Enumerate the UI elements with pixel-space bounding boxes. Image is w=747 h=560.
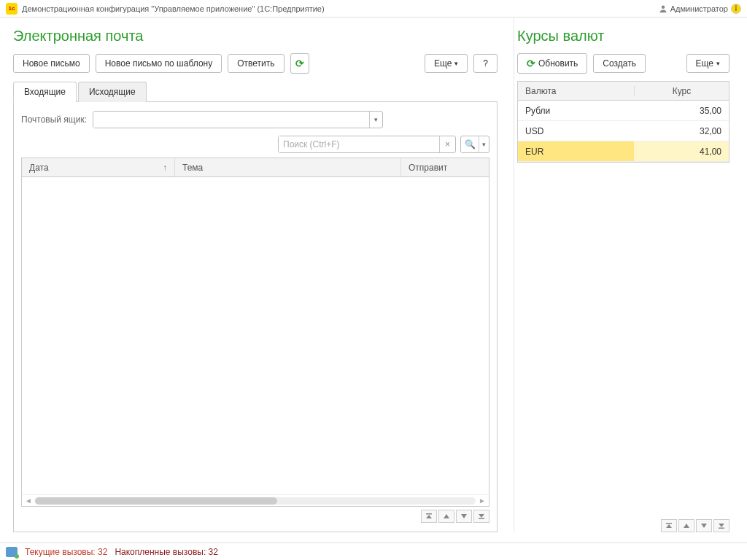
help-button[interactable]: ? [473, 54, 498, 73]
user-icon [659, 4, 667, 13]
scroll-thumb[interactable] [35, 497, 277, 505]
more-button[interactable]: Еще ▾ [425, 54, 468, 73]
tab-outbox[interactable]: Исходящие [78, 82, 147, 102]
email-title: Электронная почта [13, 28, 498, 44]
logo-1c-icon: 1c [6, 3, 18, 15]
chevron-down-icon[interactable]: ▾ [369, 112, 382, 128]
tab-inbox[interactable]: Входящие [13, 82, 77, 102]
svg-rect-3 [666, 523, 672, 524]
clear-search-button[interactable]: × [439, 136, 455, 152]
svg-rect-2 [479, 518, 484, 520]
rates-nav [517, 515, 729, 532]
scroll-track[interactable] [35, 497, 476, 505]
mailbox-input[interactable] [93, 112, 369, 128]
refresh-button[interactable]: ⟳ [290, 53, 309, 74]
rates-row[interactable]: EUR41,00 [518, 141, 729, 162]
svg-rect-4 [719, 528, 724, 529]
rates-row[interactable]: USD32,00 [518, 121, 729, 141]
svg-point-0 [661, 5, 665, 9]
rates-more-button[interactable]: Еще ▾ [686, 54, 729, 73]
currency-cell: USD [518, 126, 635, 136]
rate-cell: 41,00 [635, 147, 729, 157]
search-input[interactable] [279, 136, 439, 152]
mailbox-combo[interactable]: ▾ [93, 111, 383, 128]
horizontal-scrollbar[interactable]: ◄ ► [22, 494, 489, 506]
chevron-down-icon: ▾ [716, 60, 720, 67]
info-icon[interactable]: i [731, 4, 741, 14]
user-area[interactable]: Администратор i [659, 4, 741, 14]
currency-cell: EUR [518, 147, 635, 157]
statusbar: Текущие вызовы: 32 Накопленные вызовы: 3… [0, 542, 747, 560]
col-currency[interactable]: Валюта [518, 86, 635, 96]
search-button-group: 🔍 ▾ [460, 136, 489, 153]
accumulated-calls: Накопленные вызовы: 32 [115, 547, 218, 557]
nav-bottom-button[interactable] [713, 519, 729, 532]
new-template-button[interactable]: Новое письмо по шаблону [96, 54, 222, 73]
grid-nav [21, 510, 489, 523]
refresh-icon: ⟳ [527, 58, 535, 69]
user-name: Администратор [670, 4, 728, 13]
email-tabs: Входящие Исходящие [13, 81, 498, 102]
rates-header: Валюта Курс [518, 82, 729, 101]
rates-refresh-button[interactable]: ⟳Обновить [517, 53, 587, 74]
col-sender[interactable]: Отправит [401, 158, 489, 176]
rates-create-button[interactable]: Создать [593, 54, 646, 73]
email-grid: Дата ↑ Тема Отправит ◄ ► [21, 158, 489, 507]
nav-bottom-button[interactable] [473, 510, 489, 523]
refresh-icon: ⟳ [295, 58, 304, 69]
scroll-left-icon[interactable]: ◄ [25, 497, 32, 505]
search-button[interactable]: 🔍 [461, 136, 479, 152]
rates-panel: Курсы валют ⟳Обновить Создать Еще ▾ Валю… [514, 18, 740, 532]
rates-toolbar: ⟳Обновить Создать Еще ▾ [517, 53, 729, 74]
titlebar: 1c Демонстрационная конфигурация "Управл… [0, 0, 747, 18]
grid-body[interactable] [22, 177, 489, 494]
email-toolbar: Новое письмо Новое письмо по шаблону Отв… [13, 53, 498, 74]
nav-top-button[interactable] [421, 510, 437, 523]
col-date[interactable]: Дата ↑ [22, 158, 175, 176]
mailbox-label: Почтовый ящик: [21, 114, 87, 125]
email-tab-body: Почтовый ящик: ▾ × 🔍 ▾ [13, 102, 498, 532]
currency-cell: Рубли [518, 106, 635, 116]
nav-down-button[interactable] [696, 519, 712, 532]
nav-top-button[interactable] [661, 519, 677, 532]
search-dropdown[interactable]: ▾ [479, 136, 489, 152]
search-icon: 🔍 [465, 139, 476, 149]
grid-header: Дата ↑ Тема Отправит [22, 158, 489, 177]
rate-cell: 32,00 [635, 126, 729, 136]
col-subject[interactable]: Тема [175, 158, 401, 176]
rate-cell: 35,00 [635, 106, 729, 116]
rates-table: Валюта Курс Рубли35,00USD32,00EUR41,00 [517, 81, 729, 163]
nav-up-button[interactable] [438, 510, 454, 523]
reply-button[interactable]: Ответить [228, 54, 284, 73]
nav-up-button[interactable] [678, 519, 694, 532]
rates-row[interactable]: Рубли35,00 [518, 101, 729, 121]
search-box[interactable]: × [278, 136, 456, 153]
new-message-button[interactable]: Новое письмо [13, 54, 90, 73]
rates-body: Рубли35,00USD32,00EUR41,00 [518, 101, 729, 162]
chevron-down-icon: ▾ [454, 60, 458, 67]
app-title: Демонстрационная конфигурация "Управляем… [22, 4, 325, 13]
svg-rect-1 [426, 513, 432, 515]
status-icon[interactable] [6, 547, 18, 557]
scroll-right-icon[interactable]: ► [479, 497, 486, 505]
rates-title: Курсы валют [517, 28, 729, 44]
email-panel: Электронная почта Новое письмо Новое пис… [0, 18, 511, 532]
sort-asc-icon: ↑ [163, 163, 167, 173]
current-calls: Текущие вызовы: 32 [25, 547, 107, 557]
col-rate[interactable]: Курс [635, 86, 729, 96]
nav-down-button[interactable] [456, 510, 472, 523]
